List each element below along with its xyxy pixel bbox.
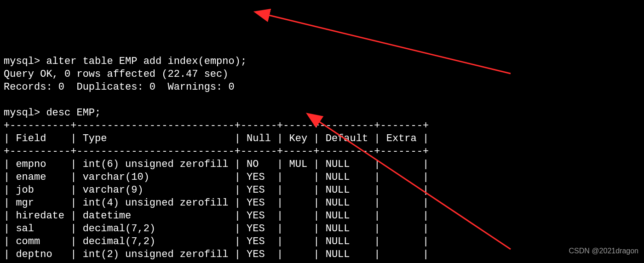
- mysql-prompt: mysql>: [4, 107, 40, 119]
- table-row: | mgr | int(4) unsigned zerofill | YES |…: [4, 197, 429, 209]
- watermark-text: CSDN @2021dragon: [569, 245, 638, 257]
- records-line: Records: 0 Duplicates: 0 Warnings: 0: [4, 81, 235, 93]
- table-row: | deptno | int(2) unsigned zerofill | YE…: [4, 249, 429, 260]
- query-ok-line: Query OK, 0 rows affected (22.47 sec): [4, 69, 228, 80]
- table-border: +----------+--------------------------+-…: [4, 120, 429, 132]
- mysql-prompt: mysql>: [4, 56, 40, 67]
- table-row: | empno | int(6) unsigned zerofill | NO …: [4, 159, 429, 170]
- command-alter-table: alter table EMP add index(empno);: [46, 56, 247, 67]
- table-row: | comm | decimal(7,2) | YES | | NULL | |: [4, 236, 429, 247]
- table-border: +----------+--------------------------+-…: [4, 146, 429, 157]
- table-row: | job | varchar(9) | YES | | NULL | |: [4, 184, 429, 196]
- table-header-row: | Field | Type | Null | Key | Default | …: [4, 133, 429, 144]
- command-desc: desc EMP;: [46, 107, 101, 119]
- table-row: | hiredate | datetime | YES | | NULL | |: [4, 210, 429, 222]
- terminal-output: mysql> alter table EMP add index(empno);…: [4, 55, 640, 263]
- table-row: | ename | varchar(10) | YES | | NULL | |: [4, 172, 429, 183]
- table-row: | sal | decimal(7,2) | YES | | NULL | |: [4, 223, 429, 234]
